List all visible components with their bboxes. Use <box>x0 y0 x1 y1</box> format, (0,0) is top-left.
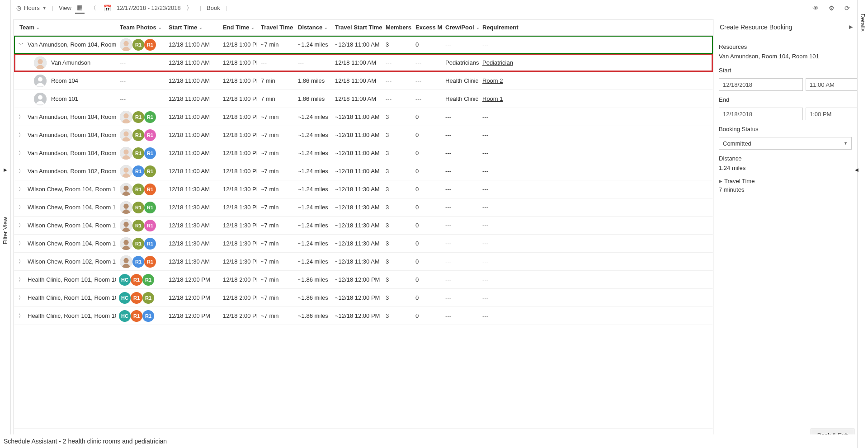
requirement-cell: --- <box>479 276 519 283</box>
col-distance[interactable]: Distance⌄ <box>294 24 331 31</box>
next-button[interactable]: 〉 <box>184 3 194 13</box>
expand-toggle[interactable]: 〉 <box>14 150 28 156</box>
travel-cell: ~7 min <box>257 168 294 174</box>
end-label: End <box>719 96 852 103</box>
expand-toggle[interactable]: 〉 <box>14 168 28 174</box>
avatar <box>34 75 47 87</box>
requirement-cell: --- <box>479 294 519 301</box>
gear-icon[interactable]: ⚙ <box>827 4 836 13</box>
hours-dropdown[interactable]: ◷ Hours ▼ <box>16 5 47 11</box>
svg-point-9 <box>123 113 128 118</box>
start-time-input[interactable] <box>806 78 857 91</box>
col-photos[interactable]: Team Photos⌄ <box>116 24 165 31</box>
end-cell: 12/18 1:00 PM <box>219 41 257 48</box>
expand-toggle[interactable]: 〉 <box>14 240 28 247</box>
book-button[interactable]: Book <box>207 5 220 11</box>
avatar <box>120 111 132 123</box>
tstart-cell: ~12/18 11:30 AM <box>331 258 382 265</box>
resource-badge: R1 <box>144 202 156 213</box>
col-start[interactable]: Start Time⌄ <box>165 24 219 31</box>
resource-badge: HC <box>119 274 131 286</box>
photos-cell: R1R1 <box>116 255 165 268</box>
col-travel[interactable]: Travel Time⌄ <box>257 24 294 31</box>
col-members[interactable]: Members⌄ <box>382 24 412 31</box>
table-row[interactable]: 〉Wilson Chew, Room 104, Room 101R1R112/1… <box>14 180 713 198</box>
excess-cell: 0 <box>412 168 442 174</box>
crew-cell: Pediatricians <box>442 59 479 66</box>
expand-toggle[interactable]: 〉 <box>14 186 28 193</box>
svg-point-3 <box>38 59 42 64</box>
dist-cell: 1.86 miles <box>294 77 331 84</box>
requirement-link[interactable]: Room 2 <box>482 77 503 84</box>
table-row[interactable]: 〉Wilson Chew, Room 104, Room 105R1R112/1… <box>14 217 713 235</box>
calendar-icon[interactable]: 📅 <box>102 4 113 13</box>
col-crew[interactable]: Crew/Pool⌄ <box>442 24 479 31</box>
avatar <box>120 219 132 232</box>
requirement-link[interactable]: Pediatrician <box>482 59 513 66</box>
expand-toggle[interactable]: 〉 <box>14 222 28 229</box>
status-select[interactable]: Committed ▼ <box>719 137 852 150</box>
refresh-icon[interactable]: ⟳ <box>843 4 852 13</box>
col-requirement[interactable]: Requirement⌄ <box>479 24 519 31</box>
expand-toggle[interactable]: 〉 <box>14 312 28 319</box>
members-cell: --- <box>382 59 412 66</box>
end-cell: 12/18 2:00 PM <box>219 294 257 301</box>
table-row[interactable]: Van Amundson---12/18 11:00 AM12/18 1:00 … <box>14 54 713 72</box>
col-team[interactable]: Team⌄ <box>14 24 116 31</box>
excess-cell: 0 <box>412 150 442 156</box>
table-row[interactable]: 〉Van Amundson, Room 104, Room 103R1R112/… <box>14 108 713 126</box>
expand-toggle[interactable]: 〉 <box>14 132 28 138</box>
expand-toggle[interactable]: 〉 <box>14 294 28 301</box>
table-row[interactable]: 〉Wilson Chew, Room 102, Room 101R1R112/1… <box>14 253 713 271</box>
expand-toggle[interactable]: 〉 <box>14 258 28 265</box>
expand-toggle[interactable]: 〉 <box>14 204 28 211</box>
crew-cell: --- <box>442 258 479 265</box>
table-row[interactable]: ﹀Van Amundson, Room 104, Room 101R1R112/… <box>14 36 713 54</box>
travel-cell: ~7 min <box>257 222 294 229</box>
table-row[interactable]: 〉Wilson Chew, Room 104, Room 103R1R112/1… <box>14 198 713 217</box>
avatar <box>34 93 47 105</box>
table-row[interactable]: Room 101---12/18 11:00 AM12/18 1:00 PM7 … <box>14 90 713 108</box>
table-row[interactable]: 〉Van Amundson, Room 102, Room 104R1R112/… <box>14 162 713 180</box>
start-date-input[interactable] <box>719 78 803 91</box>
table-row[interactable]: 〉Van Amundson, Room 104, Room 105R1R112/… <box>14 126 713 144</box>
avatar <box>34 57 47 69</box>
details-tab[interactable]: Details ◀ <box>857 0 868 448</box>
eye-icon[interactable]: 👁 <box>811 4 821 13</box>
expand-toggle[interactable]: ﹀ <box>14 41 28 48</box>
col-excess[interactable]: Excess M...⌄ <box>412 24 442 31</box>
crew-cell: --- <box>442 222 479 229</box>
table-row[interactable]: Room 104---12/18 11:00 AM12/18 1:00 PM7 … <box>14 72 713 90</box>
chevron-right-icon: ▶ <box>4 167 7 172</box>
table-row[interactable]: 〉Wilson Chew, Room 104, Room 102R1R112/1… <box>14 235 713 253</box>
tstart-cell: ~12/18 12:00 PM <box>331 276 382 283</box>
team-cell: Room 101 <box>28 93 116 105</box>
end-time-input[interactable] <box>806 108 857 120</box>
col-travel-start[interactable]: Travel Start Time⌄ <box>331 24 382 31</box>
filter-view-tab[interactable]: Filter View ▶ <box>0 0 11 448</box>
table-row[interactable]: 〉Health Clinic, Room 101, Room 103HCR1R1… <box>14 271 713 289</box>
grid-view-icon[interactable]: ▦ <box>75 3 85 14</box>
table-row[interactable]: 〉Health Clinic, Room 101, Room 102HCR1R1… <box>14 307 713 325</box>
chevron-right-icon: ▶ <box>719 179 722 184</box>
chevron-right-icon[interactable]: ▶ <box>849 24 853 30</box>
crew-cell: Health Clinic <box>442 77 479 84</box>
table-row[interactable]: 〉Van Amundson, Room 104, Room 102R1R112/… <box>14 144 713 162</box>
end-date-input[interactable] <box>719 108 803 120</box>
dist-cell: ~1.24 miles <box>294 186 331 193</box>
excess-cell: 0 <box>412 240 442 247</box>
photos-cell: R1R1 <box>116 201 165 214</box>
expand-toggle[interactable]: 〉 <box>14 113 28 120</box>
dist-cell: ~1.86 miles <box>294 312 331 319</box>
resource-badge: R1 <box>132 184 144 195</box>
expand-toggle[interactable]: 〉 <box>14 276 28 283</box>
table-row[interactable]: 〉Health Clinic, Room 101, Room 104HCR1R1… <box>14 289 713 307</box>
prev-button[interactable]: 〈 <box>88 3 98 13</box>
team-cell: Wilson Chew, Room 102, Room 101 <box>28 258 116 265</box>
members-cell: 3 <box>382 132 412 138</box>
svg-point-13 <box>123 149 128 154</box>
end-cell: 12/18 1:30 PM <box>219 222 257 229</box>
photos-cell: R1R1 <box>116 165 165 178</box>
requirement-link[interactable]: Room 1 <box>482 95 503 102</box>
col-end[interactable]: End Time⌄ <box>219 24 257 31</box>
